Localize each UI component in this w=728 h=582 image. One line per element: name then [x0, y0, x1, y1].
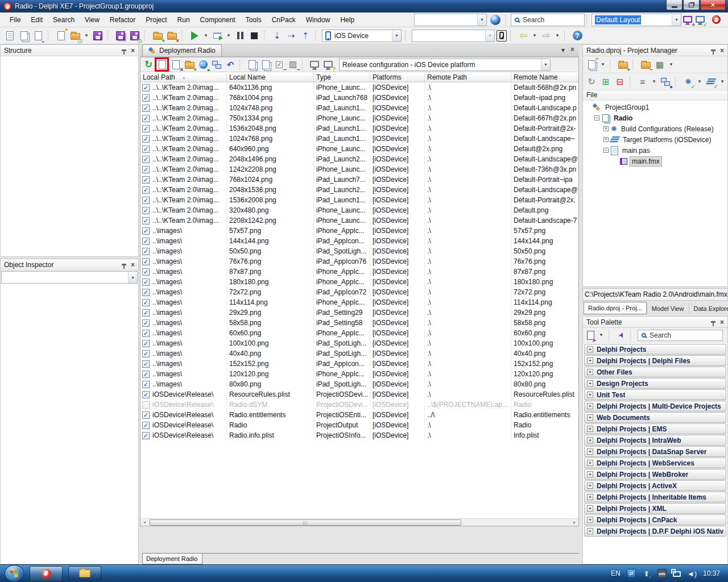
open-project-button[interactable]: ⌄: [32, 30, 44, 42]
table-row[interactable]: ✓..\images\80x80.pngiPad_SpotLigh...[iOS…: [140, 379, 578, 389]
table-row[interactable]: ✓..\images\180x180.pngiPhone_AppIc...[iO…: [140, 277, 578, 287]
save-desktop-layout-button[interactable]: +: [681, 14, 694, 26]
pin-icon[interactable]: [122, 264, 126, 265]
sync-button[interactable]: ↻: [585, 76, 598, 88]
expand-plus-icon[interactable]: +: [603, 137, 609, 142]
close-icon[interactable]: ×: [720, 47, 724, 54]
palette-category-delphi-projects-xml[interactable]: +Delphi Projects | XML: [584, 503, 726, 514]
chevron-down-icon[interactable]: ▾: [477, 14, 486, 26]
table-row[interactable]: ✓..\..\KTeam 2.0\imag...1024x748.pngiPad…: [140, 103, 578, 113]
forward-dropdown-icon[interactable]: ▾: [554, 30, 561, 42]
row-checkbox[interactable]: ✓: [142, 411, 150, 419]
tree-item-main-fmx[interactable]: main.fmx: [583, 156, 727, 167]
run-without-debugging-button[interactable]: [211, 30, 224, 42]
expand-plus-icon[interactable]: +: [587, 369, 593, 375]
pin-icon[interactable]: [122, 49, 126, 51]
tab-radio-dproj-proj[interactable]: Radio.dproj - Proj...: [584, 302, 647, 314]
expand-plus-icon[interactable]: +: [587, 448, 593, 455]
table-row[interactable]: iOSDevice\Release\Radio.dSYMProjectiOSDe…: [140, 400, 578, 410]
column-header-local-name[interactable]: Local Name: [227, 73, 314, 82]
table-row[interactable]: ✓..\images\60x60.pngiPhone_AppIc...[iOSD…: [140, 328, 578, 338]
usb-tray-icon[interactable]: ⬆: [642, 569, 651, 578]
table-row[interactable]: ✓..\images\114x114.pngiPhone_AppIc...[iO…: [140, 297, 578, 307]
tree-item-main-pas[interactable]: −main.pas: [583, 145, 727, 156]
menu-item-help[interactable]: Help: [335, 14, 359, 26]
add-folder-button[interactable]: +: [183, 59, 196, 71]
set-debug-desktop-button[interactable]: ✓: [694, 14, 706, 26]
row-checkbox[interactable]: ✓: [142, 94, 150, 102]
expand-plus-icon[interactable]: +: [587, 392, 593, 398]
column-header-platforms[interactable]: Platforms: [370, 73, 425, 82]
row-checkbox[interactable]: ✓: [142, 156, 150, 163]
device-manager-icon[interactable]: [497, 30, 507, 41]
menu-item-component[interactable]: Component: [195, 14, 241, 26]
tab-model-view[interactable]: Model View: [647, 303, 689, 314]
close-button[interactable]: ×: [700, 0, 726, 10]
menu-item-project[interactable]: Project: [140, 14, 172, 26]
add-files-button[interactable]: +: [156, 59, 168, 71]
row-checkbox[interactable]: ✓: [142, 238, 150, 245]
table-row[interactable]: ✓..\..\KTeam 2.0\imag...1536x2048.pngiPa…: [140, 123, 578, 134]
palette-category-delphi-projects-multi-device-projects[interactable]: +Delphi Projects | Multi-Device Projects: [584, 401, 726, 411]
table-row[interactable]: ✓..\..\KTeam 2.0\imag...320x480.pngiPhon…: [140, 205, 578, 215]
table-row[interactable]: ✓..\images\100x100.pngiPad_SpotLigh...[i…: [140, 338, 578, 348]
palette-dropdown-icon[interactable]: ▾: [598, 329, 605, 342]
add-to-project-group-button[interactable]: +: [617, 59, 629, 71]
expand-node-button[interactable]: ⊞: [599, 76, 612, 88]
table-row[interactable]: ✓..\..\KTeam 2.0\imag...2048x1496.pngiPa…: [140, 154, 578, 164]
expand-plus-icon[interactable]: +: [587, 517, 593, 523]
menu-item-run[interactable]: Run: [172, 14, 195, 26]
table-row[interactable]: ✓..\..\KTeam 2.0\imag...768x1004.pngiPad…: [140, 93, 578, 103]
view-dropdown-icon[interactable]: ▾: [668, 59, 675, 71]
row-checkbox[interactable]: [142, 401, 150, 409]
row-checkbox[interactable]: ✓: [142, 289, 150, 296]
row-checkbox[interactable]: ✓: [142, 227, 150, 235]
device-status-icon[interactable]: ?: [322, 59, 334, 71]
chevron-down-icon[interactable]: ▾: [485, 30, 494, 41]
navigate-back-button[interactable]: ⇦: [517, 30, 530, 42]
horizontal-scrollbar[interactable]: ◂ ||| ▸: [140, 518, 578, 526]
table-row[interactable]: ✓..\images\72x72.pngiPad_AppIcon72[iOSDe…: [140, 287, 578, 297]
close-icon[interactable]: ×: [131, 47, 135, 54]
tree-item-target-platforms-iosdevice[interactable]: +Target Platforms (iOSDevice): [583, 134, 727, 145]
palette-category-delphi-projects-d-p-f-delphi-ios-native[interactable]: +Delphi Projects | D.P.F Delphi iOS Nati…: [584, 526, 726, 537]
table-row[interactable]: ✓iOSDevice\Release\RadioProjectOutput[iO…: [140, 420, 578, 430]
row-checkbox[interactable]: ✓: [142, 146, 150, 153]
collapse-minus-icon[interactable]: −: [603, 148, 609, 153]
table-row[interactable]: ✓..\..\KTeam 2.0\imag...2208x1242.pngiPh…: [140, 215, 578, 226]
tree-item-build-configurations-release[interactable]: +✺Build Configurations (Release): [583, 123, 727, 134]
row-checkbox[interactable]: ✓: [142, 84, 150, 92]
tab-data-explorer[interactable]: Data Explorer: [689, 303, 728, 314]
column-header-remote-name[interactable]: Remote Name: [511, 73, 578, 82]
table-row[interactable]: ✓..\..\KTeam 2.0\imag...1024x768.pngiPad…: [140, 134, 578, 144]
menu-item-file[interactable]: File: [5, 14, 26, 26]
speaker-tray-icon[interactable]: ◄): [687, 569, 697, 578]
deploy-device-icon[interactable]: [308, 59, 321, 71]
palette-category-design-projects[interactable]: +Design Projects: [584, 378, 726, 389]
palette-category-delphi-projects[interactable]: +Delphi Projects: [584, 344, 726, 355]
table-row[interactable]: ✓..\images\50x50.pngiPad_SpotLigh...[iOS…: [140, 246, 578, 256]
chevron-down-icon[interactable]: ▾: [561, 46, 565, 54]
row-checkbox[interactable]: ✓: [142, 391, 150, 398]
save-button[interactable]: [92, 30, 104, 42]
palette-category-delphi-projects-activex[interactable]: +Delphi Projects | ActiveX: [584, 480, 726, 491]
row-checkbox[interactable]: ✓: [142, 278, 150, 286]
menu-item-edit[interactable]: Edit: [26, 14, 48, 26]
table-row[interactable]: ✓..\images\120x120.pngiPhone_AppIc...[iO…: [140, 369, 578, 379]
row-checkbox[interactable]: ✓: [142, 319, 150, 327]
palette-category-web-documents[interactable]: +Web Documents: [584, 412, 726, 423]
platforms-dropdown-icon[interactable]: ▾: [719, 76, 726, 88]
pause-button[interactable]: [234, 30, 246, 42]
new-project-dropdown-icon[interactable]: ▾: [599, 59, 606, 71]
deploy-button[interactable]: ▸: [197, 59, 209, 71]
chevron-down-icon[interactable]: ▾: [392, 30, 401, 41]
copy-items-button[interactable]: [259, 59, 272, 71]
platforms-button[interactable]: ✓: [705, 76, 717, 88]
expand-plus-icon[interactable]: +: [587, 505, 593, 512]
table-row[interactable]: ✓iOSDevice\Release\Radio.entitlementsPro…: [140, 410, 578, 420]
expand-plus-icon[interactable]: +: [587, 471, 593, 477]
row-checkbox[interactable]: ✓: [142, 186, 150, 194]
expand-plus-icon[interactable]: +: [587, 414, 593, 421]
tool-palette-search-input[interactable]: Search: [638, 330, 723, 341]
row-checkbox[interactable]: ✓: [142, 248, 150, 255]
